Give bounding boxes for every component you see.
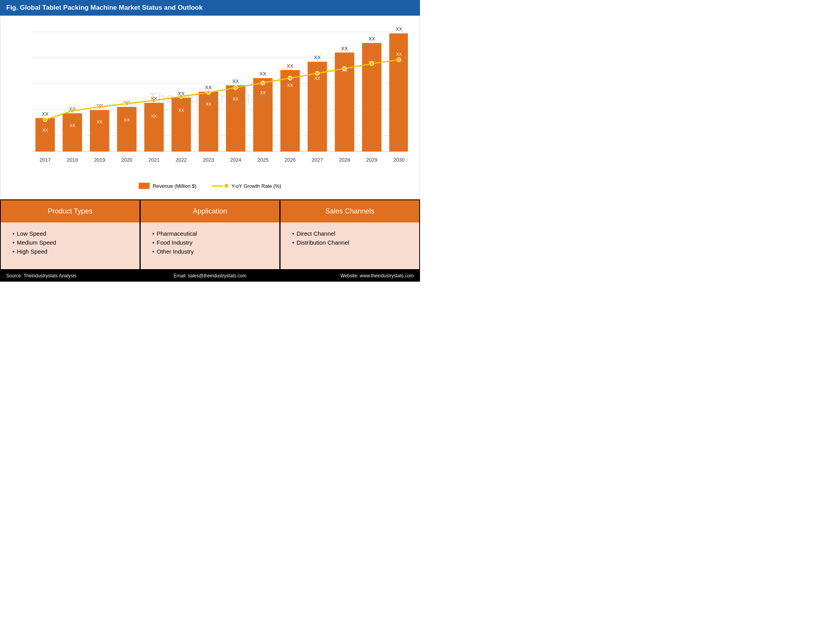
chart-section: The Industry Stats m a r k e t r e s e a… — [0, 16, 420, 199]
card-sales-channels-header: Sales Channels — [281, 200, 419, 222]
dot-2025 — [261, 81, 265, 85]
svg-text:XX: XX — [314, 55, 321, 60]
list-item: Pharmaceutical — [152, 230, 268, 237]
application-list: Pharmaceutical Food Industry Other Indus… — [152, 230, 268, 255]
svg-text:XX: XX — [260, 90, 266, 95]
dot-2021 — [152, 99, 156, 102]
svg-text:XX: XX — [314, 76, 320, 80]
footer-website: Website: www.theindustrystats.com — [278, 273, 414, 279]
dot-2019 — [98, 105, 102, 109]
bar-2018 — [63, 113, 82, 152]
list-item: Other Industry — [152, 248, 268, 255]
legend-growth-label: Y-oY Growth Rate (%) — [231, 183, 281, 189]
dot-2026 — [288, 76, 292, 80]
list-item: High Speed — [12, 248, 128, 255]
sales-channels-list: Direct Channel Distribution Channel — [292, 230, 408, 246]
bar-2023 — [199, 92, 218, 152]
chart-legend: Revenue (Million $) Y-oY Growth Rate (%) — [12, 183, 408, 189]
svg-text:XX: XX — [287, 63, 294, 69]
legend-growth: Y-oY Growth Rate (%) — [212, 183, 281, 189]
dot-2020 — [125, 102, 129, 106]
svg-text:XX: XX — [369, 36, 376, 42]
chart-svg: XX XX XX XX XX XX XX XX XX XX — [12, 24, 408, 180]
bar-2029 — [362, 43, 381, 152]
svg-text:2029: 2029 — [366, 157, 378, 163]
svg-text:2017: 2017 — [39, 157, 51, 163]
footer: Source: Theindustrystats Analysis Email:… — [0, 270, 420, 282]
bar-2025 — [253, 78, 273, 152]
card-product-types: Product Types Low Speed Medium Speed Hig… — [1, 200, 139, 269]
svg-text:XX: XX — [124, 118, 130, 122]
card-application-header: Application — [141, 200, 279, 222]
legend-revenue: Revenue (Million $) — [139, 183, 196, 189]
dot-2028 — [342, 67, 346, 71]
svg-text:2028: 2028 — [339, 157, 350, 163]
bar-2030 — [389, 34, 408, 152]
dot-2027 — [315, 71, 319, 75]
bar-2026 — [281, 70, 300, 152]
list-item: Medium Speed — [12, 239, 128, 246]
svg-text:XX: XX — [287, 83, 293, 88]
svg-text:2018: 2018 — [67, 157, 78, 163]
dot-2022 — [179, 95, 183, 99]
svg-text:2019: 2019 — [94, 157, 105, 163]
dot-2017 — [43, 118, 47, 122]
bar-2017 — [35, 118, 55, 152]
list-item: Low Speed — [12, 230, 128, 237]
svg-text:XX: XX — [259, 71, 266, 77]
card-sales-channels-body: Direct Channel Distribution Channel — [281, 222, 419, 269]
card-product-types-body: Low Speed Medium Speed High Speed — [1, 222, 139, 269]
svg-text:XX: XX — [97, 120, 102, 124]
svg-text:2023: 2023 — [203, 157, 214, 163]
legend-growth-dot — [224, 184, 228, 188]
svg-text:2027: 2027 — [312, 157, 323, 163]
svg-text:2024: 2024 — [230, 157, 241, 163]
legend-growth-line — [212, 185, 223, 187]
bar-2024 — [226, 85, 245, 152]
svg-text:XX: XX — [233, 97, 239, 101]
card-sales-channels: Sales Channels Direct Channel Distributi… — [281, 200, 419, 269]
list-item: Food Industry — [152, 239, 268, 246]
product-types-list: Low Speed Medium Speed High Speed — [12, 230, 128, 255]
svg-text:2021: 2021 — [148, 157, 160, 163]
svg-text:XX: XX — [395, 26, 402, 32]
svg-text:2030: 2030 — [394, 157, 405, 163]
dot-2024 — [234, 86, 238, 90]
footer-email: Email: sales@theindustrystats.com — [142, 273, 278, 279]
footer-source: Source: Theindustrystats Analysis — [6, 273, 142, 279]
list-item: Direct Channel — [292, 230, 408, 237]
svg-text:XX: XX — [42, 128, 48, 132]
page-header: Fig. Global Tablet Packing Machine Marke… — [0, 0, 420, 16]
card-application-body: Pharmaceutical Food Industry Other Indus… — [141, 222, 279, 269]
svg-text:2020: 2020 — [121, 157, 132, 163]
svg-text:2022: 2022 — [176, 157, 187, 163]
dot-2029 — [370, 62, 374, 65]
legend-revenue-label: Revenue (Million $) — [153, 183, 196, 189]
svg-text:XX: XX — [205, 85, 212, 90]
card-product-types-header: Product Types — [1, 200, 139, 222]
svg-text:XX: XX — [69, 123, 75, 127]
bar-2019 — [90, 110, 109, 152]
bar-2021 — [144, 103, 164, 152]
legend-revenue-rect — [139, 183, 150, 189]
list-item: Distribution Channel — [292, 239, 408, 246]
dot-2023 — [206, 90, 210, 94]
page-wrapper: Fig. Global Tablet Packing Machine Marke… — [0, 0, 420, 282]
svg-text:XX: XX — [396, 52, 402, 56]
svg-text:2025: 2025 — [257, 157, 268, 163]
svg-text:XX: XX — [178, 108, 184, 113]
svg-text:XX: XX — [341, 46, 348, 51]
bar-2022 — [171, 98, 191, 152]
svg-text:XX: XX — [232, 78, 239, 84]
dot-2018 — [71, 109, 74, 113]
card-application: Application Pharmaceutical Food Industry… — [141, 200, 279, 269]
svg-text:XX: XX — [151, 114, 157, 118]
cards-section: Product Types Low Speed Medium Speed Hig… — [0, 199, 420, 270]
chart-container: The Industry Stats m a r k e t r e s e a… — [12, 24, 408, 180]
header-title: Fig. Global Tablet Packing Machine Marke… — [6, 4, 203, 11]
svg-text:XX: XX — [206, 102, 212, 106]
svg-text:2026: 2026 — [284, 157, 296, 163]
svg-text:XX: XX — [42, 111, 49, 117]
bar-2020 — [117, 107, 136, 152]
dot-2030 — [397, 58, 401, 62]
